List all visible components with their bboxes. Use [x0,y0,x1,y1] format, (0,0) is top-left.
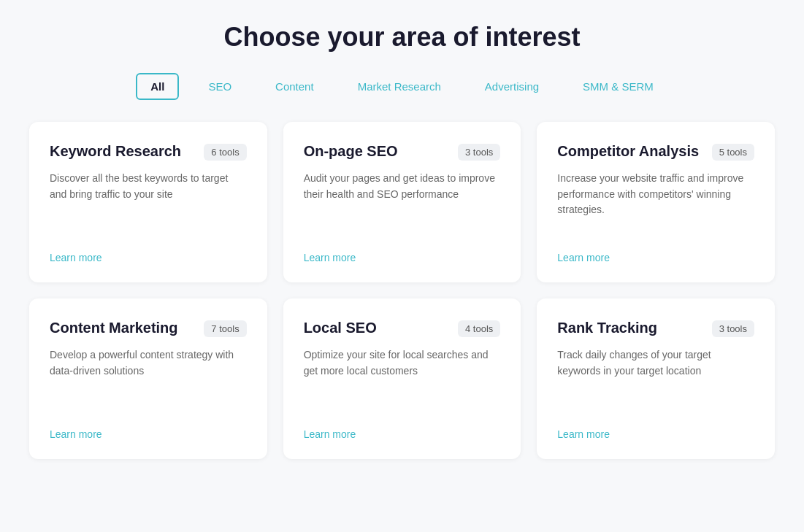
tools-badge-content-marketing: 7 tools [204,320,246,337]
learn-more-competitor-analysis[interactable]: Learn more [557,252,754,263]
tools-badge-on-page-seo: 3 tools [458,144,500,161]
card-header-keyword-research: Keyword Research6 tools [50,142,247,161]
learn-more-content-marketing[interactable]: Learn more [50,428,247,440]
card-content-marketing: Content Marketing7 toolsDevelop a powerf… [29,298,267,459]
learn-more-on-page-seo[interactable]: Learn more [304,252,501,263]
tools-badge-local-seo: 4 tools [458,320,500,337]
tab-content[interactable]: Content [261,73,329,100]
card-title-keyword-research: Keyword Research [50,142,181,161]
tab-advertising[interactable]: Advertising [470,73,554,100]
card-header-content-marketing: Content Marketing7 tools [50,319,247,337]
card-on-page-seo: On-page SEO3 toolsAudit your pages and g… [283,122,521,282]
card-local-seo: Local SEO4 toolsOptimize your site for l… [283,298,521,459]
card-keyword-research: Keyword Research6 toolsDiscover all the … [29,122,267,282]
card-competitor-analysis: Competitor Analysis5 toolsIncrease your … [537,122,775,282]
filter-tabs: AllSEOContentMarket ResearchAdvertisingS… [29,73,775,100]
card-title-on-page-seo: On-page SEO [304,142,398,161]
tab-market-research[interactable]: Market Research [343,73,456,100]
card-description-competitor-analysis: Increase your website traffic and improv… [557,171,754,237]
cards-grid: Keyword Research6 toolsDiscover all the … [29,122,775,459]
tools-badge-competitor-analysis: 5 tools [712,144,754,161]
card-header-on-page-seo: On-page SEO3 tools [304,142,501,161]
card-description-on-page-seo: Audit your pages and get ideas to improv… [304,171,501,237]
learn-more-rank-tracking[interactable]: Learn more [557,428,754,440]
tab-smm-serm[interactable]: SMM & SERM [568,73,668,100]
card-rank-tracking: Rank Tracking3 toolsTrack daily changes … [537,298,775,459]
card-header-competitor-analysis: Competitor Analysis5 tools [557,142,754,161]
card-title-rank-tracking: Rank Tracking [557,319,657,337]
tab-seo[interactable]: SEO [194,73,246,100]
card-title-competitor-analysis: Competitor Analysis [557,142,699,161]
page-title: Choose your area of interest [29,15,775,53]
tools-badge-rank-tracking: 3 tools [712,320,754,337]
card-description-local-seo: Optimize your site for local searches an… [304,347,501,414]
card-description-keyword-research: Discover all the best keywords to target… [50,171,247,237]
card-title-local-seo: Local SEO [304,319,377,337]
card-header-local-seo: Local SEO4 tools [304,319,501,337]
tab-all[interactable]: All [136,73,179,100]
learn-more-local-seo[interactable]: Learn more [304,428,501,440]
card-description-content-marketing: Develop a powerful content strategy with… [50,347,247,414]
tools-badge-keyword-research: 6 tools [204,144,246,161]
card-title-content-marketing: Content Marketing [50,319,178,337]
card-header-rank-tracking: Rank Tracking3 tools [557,319,754,337]
card-description-rank-tracking: Track daily changes of your target keywo… [557,347,754,414]
learn-more-keyword-research[interactable]: Learn more [50,252,247,263]
